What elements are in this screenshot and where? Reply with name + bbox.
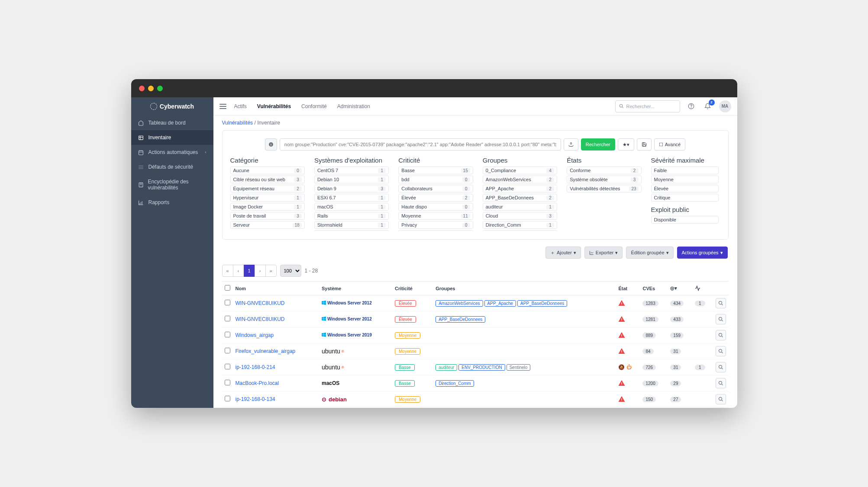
pager-next[interactable]: › <box>255 265 266 277</box>
row-checkbox[interactable] <box>225 380 230 385</box>
col-groupes[interactable]: Groupes <box>433 282 616 295</box>
col-target-icon[interactable]: ◎▾ <box>668 282 692 295</box>
filter-item[interactable]: Poste de travail3 <box>230 212 305 220</box>
avatar[interactable]: MA <box>719 100 731 112</box>
group-tag[interactable]: AmazonWebServices <box>436 300 483 307</box>
sidebar-item-rapports[interactable]: Rapports <box>131 195 213 210</box>
col-cves[interactable]: CVEs <box>640 282 668 295</box>
filter-item[interactable]: Élevée2 <box>398 194 473 202</box>
sidebar-item-défauts-de-sécurité[interactable]: Défauts de sécurité <box>131 160 213 174</box>
breadcrumb-parent[interactable]: Vulnérabilités <box>222 120 253 126</box>
filter-item[interactable]: Faible <box>651 167 719 174</box>
help-icon[interactable] <box>686 101 697 112</box>
col-nom[interactable]: Nom <box>233 282 319 295</box>
add-button[interactable]: ＋ Ajouter ▾ <box>545 247 581 259</box>
asset-link[interactable]: ip-192-168-0-214 <box>236 364 275 370</box>
sidebar-item-inventaire[interactable]: Inventaire <box>131 130 213 145</box>
asset-link[interactable]: Firefox_vulnerable_airgap <box>236 348 296 354</box>
view-button[interactable] <box>716 298 726 308</box>
filter-item[interactable]: Basse15 <box>398 167 473 174</box>
filter-item[interactable]: Ubuntu 14.041 <box>314 230 389 231</box>
sidebar-item-encyclopédie-des-vulnérabilités[interactable]: Encyclopédie des vulnérabilités <box>131 174 213 195</box>
global-search[interactable]: Rechercher... <box>615 100 680 112</box>
row-checkbox[interactable] <box>225 364 230 369</box>
view-button[interactable] <box>716 394 726 404</box>
filter-item[interactable]: Image Docker1 <box>230 203 305 211</box>
menu-toggle-icon[interactable] <box>219 104 226 109</box>
col-criticite[interactable]: Criticité <box>392 282 433 295</box>
topnav-actifs[interactable]: Actifs <box>234 103 247 109</box>
row-checkbox[interactable] <box>225 300 230 305</box>
filter-item[interactable]: APP_Apache2 <box>483 185 557 192</box>
asset-link[interactable]: ip-192-168-0-134 <box>236 396 275 402</box>
filter-item[interactable]: Haute dispo0 <box>398 203 473 211</box>
filter-item[interactable]: Stormshield1 <box>314 221 389 229</box>
minimize-dot[interactable] <box>148 86 154 91</box>
search-button[interactable]: Rechercher <box>581 138 615 151</box>
view-button[interactable] <box>716 378 726 388</box>
filter-item[interactable]: ENV_PRODUCTION2 <box>483 230 557 231</box>
advanced-button[interactable]: ☐ Avancé <box>654 138 686 151</box>
filter-item[interactable]: bdd0 <box>398 176 473 183</box>
asset-link[interactable]: MacBook-Pro.local <box>236 380 279 386</box>
filter-item[interactable]: APP_BaseDeDonnees2 <box>483 194 557 202</box>
maximize-dot[interactable] <box>157 86 163 91</box>
close-dot[interactable] <box>139 86 145 91</box>
filter-item[interactable]: Hyperviseur1 <box>230 194 305 202</box>
pager-last[interactable]: » <box>265 265 277 277</box>
pager-prev[interactable]: ‹ <box>233 265 244 277</box>
col-activity-icon[interactable] <box>692 282 713 295</box>
topnav-vulnérabilités[interactable]: Vulnérabilités <box>257 103 291 109</box>
filter-item[interactable]: Cible réseau ou site web3 <box>230 176 305 183</box>
filter-item[interactable]: Disponible <box>651 216 719 224</box>
upload-button[interactable] <box>564 138 578 151</box>
topnav-administration[interactable]: Administration <box>337 103 370 109</box>
page-size-select[interactable]: 100 <box>280 265 301 277</box>
filter-item[interactable]: Élevée <box>651 185 719 192</box>
filter-item[interactable]: Équipement réseau2 <box>230 185 305 192</box>
bulk-edit-button[interactable]: Édition groupée ▾ <box>626 247 673 259</box>
filter-item[interactable]: Debian 101 <box>314 176 389 183</box>
asset-link[interactable]: Windows_airgap <box>236 332 274 338</box>
filter-item[interactable]: Aucune0 <box>230 167 305 174</box>
row-checkbox[interactable] <box>225 348 230 353</box>
select-all-checkbox[interactable] <box>225 285 230 291</box>
save-button[interactable] <box>637 138 652 151</box>
group-tag[interactable]: auditeur <box>436 364 457 371</box>
filter-item[interactable]: ESXi 6.71 <box>314 194 389 202</box>
filter-item[interactable]: 0_Compliance4 <box>483 167 557 174</box>
col-etat[interactable]: État <box>616 282 640 295</box>
topnav-conformité[interactable]: Conformité <box>301 103 327 109</box>
pager-first[interactable]: « <box>222 265 233 277</box>
filter-item[interactable]: Conforme2 <box>567 167 641 174</box>
star-button[interactable]: ★▾ <box>618 138 634 151</box>
info-icon[interactable]: i <box>265 138 277 151</box>
pager-page[interactable]: 1 <box>244 265 255 277</box>
filter-item[interactable]: Vulnérabilités détectées23 <box>567 185 641 192</box>
view-button[interactable] <box>716 362 726 372</box>
filter-item[interactable]: Rails1 <box>314 212 389 220</box>
group-tag[interactable]: Direction_Comm <box>436 380 474 387</box>
filter-item[interactable]: macOS1 <box>314 203 389 211</box>
filter-item[interactable]: Debian 93 <box>314 185 389 192</box>
row-checkbox[interactable] <box>225 396 230 401</box>
filter-item[interactable]: Privacy0 <box>398 221 473 229</box>
filter-item[interactable]: Collaborateurs0 <box>398 185 473 192</box>
filter-item[interactable]: Moyenne11 <box>398 212 473 220</box>
view-button[interactable] <box>716 314 726 324</box>
filter-item[interactable]: Système obsolète3 <box>567 176 641 183</box>
row-checkbox[interactable] <box>225 316 230 321</box>
sidebar-item-tableau-de-bord[interactable]: Tableau de bord <box>131 115 213 130</box>
group-tag[interactable]: Sentinelo <box>507 364 531 371</box>
col-systeme[interactable]: Système <box>319 282 392 295</box>
bell-icon[interactable]: 2 <box>703 101 713 112</box>
asset-link[interactable]: WIN-GNVEC8UIKUD <box>236 300 285 306</box>
group-tag[interactable]: APP_Apache <box>484 300 516 307</box>
filter-item[interactable]: Serveur18 <box>230 221 305 229</box>
filter-item[interactable]: CentOS 71 <box>314 167 389 174</box>
asset-link[interactable]: WIN-GNVEC8UIKUD <box>236 316 285 322</box>
sidebar-item-actions-automatiques[interactable]: Actions automatiques‹ <box>131 145 213 160</box>
filter-item[interactable]: Cloud3 <box>483 212 557 220</box>
filter-item[interactable]: auditeur1 <box>483 203 557 211</box>
filter-item[interactable]: RGPD0 <box>398 230 473 231</box>
